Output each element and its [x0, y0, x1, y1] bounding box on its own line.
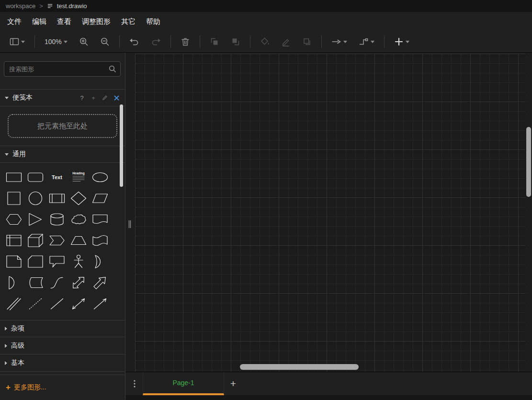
zoom-level-button[interactable]: 100% [42, 36, 70, 47]
shape-bidirectional-connector[interactable] [68, 293, 89, 314]
toolbar-separator [250, 35, 250, 48]
ellipse-icon [92, 170, 108, 184]
triangle-icon [27, 212, 44, 227]
cube-icon [27, 233, 44, 248]
shape-step[interactable] [46, 230, 68, 251]
add-page-button[interactable]: + [224, 372, 242, 395]
to-front-button[interactable] [207, 35, 222, 48]
fill-color-button[interactable] [258, 35, 272, 48]
menu-extras[interactable]: 其它 [116, 14, 141, 29]
toolbar-separator [119, 35, 120, 48]
shape-data-storage[interactable] [24, 272, 46, 293]
shape-callout[interactable] [46, 251, 68, 272]
shape-cloud[interactable] [68, 209, 89, 230]
scratchpad-drop-area[interactable]: 把元素拖至此处 [8, 114, 117, 138]
shape-cylinder[interactable] [46, 209, 68, 230]
pencil-icon [102, 95, 108, 101]
sidebar-collapse-handle[interactable] [128, 219, 132, 231]
chevron-down-icon [21, 41, 25, 43]
scratchpad-help-button[interactable]: ? [78, 94, 86, 102]
main-area: 便笺本 ? + 把元素拖至此处 通用 TextHeading [0, 53, 532, 400]
to-front-icon [210, 37, 219, 46]
parallelogram-icon [92, 191, 108, 206]
shape-diamond[interactable] [68, 188, 89, 209]
to-back-button[interactable] [228, 35, 243, 48]
shape-line[interactable] [46, 293, 68, 314]
shape-and[interactable] [3, 272, 24, 293]
section-general-header[interactable]: 通用 [0, 146, 125, 163]
page-tab-1[interactable]: Page-1 [143, 372, 224, 395]
sidebar-scrollbar-thumb[interactable] [120, 104, 123, 187]
line-color-button[interactable] [279, 35, 293, 48]
drawing-canvas[interactable] [135, 54, 525, 372]
shadow-button[interactable] [300, 35, 314, 48]
shape-search-input[interactable] [4, 61, 121, 77]
pages-menu-button[interactable] [127, 372, 142, 395]
menubar: 文件 编辑 查看 调整图形 其它 帮助 [0, 12, 532, 31]
shape-square[interactable] [3, 188, 24, 209]
undo-button[interactable] [127, 35, 142, 48]
shape-note[interactable] [3, 251, 24, 272]
shape-directional-connector[interactable] [89, 293, 111, 314]
fill-color-icon [260, 37, 270, 46]
breadcrumb-filename: test.drawio [57, 2, 87, 10]
chevron-down-icon [371, 41, 374, 43]
shape-curve[interactable] [46, 272, 68, 293]
shape-text[interactable]: Text [46, 167, 68, 188]
connection-button[interactable] [329, 35, 350, 48]
shape-rectangle[interactable] [3, 167, 24, 188]
shape-parallelogram[interactable] [89, 188, 111, 209]
bidirectional-arrow-icon [70, 275, 87, 290]
scratchpad-add-button[interactable]: + [90, 94, 97, 102]
shape-dotted-line[interactable] [24, 293, 46, 314]
shape-arrow[interactable] [89, 272, 111, 293]
shape-process[interactable] [46, 188, 68, 209]
shape-trapezoid[interactable] [68, 230, 89, 251]
section-advanced-header[interactable]: 高级 [0, 337, 125, 354]
shape-card[interactable] [24, 251, 46, 272]
zoom-in-button[interactable] [77, 35, 91, 48]
zoom-out-button[interactable] [98, 35, 112, 48]
menu-help[interactable]: 帮助 [141, 14, 166, 29]
shape-link[interactable] [3, 293, 24, 314]
delete-button[interactable] [178, 35, 192, 48]
waypoints-button[interactable] [356, 35, 377, 48]
shape-search [4, 61, 121, 77]
shape-circle[interactable] [24, 188, 46, 209]
redo-button[interactable] [148, 35, 163, 48]
scratchpad-close-button[interactable] [113, 95, 120, 101]
hexagon-icon [6, 212, 22, 227]
menu-file[interactable]: 文件 [2, 14, 27, 29]
shape-textbox[interactable]: Heading [68, 167, 89, 188]
shape-triangle[interactable] [24, 209, 46, 230]
canvas-horizontal-scrollbar-thumb[interactable] [240, 364, 359, 370]
shape-rounded-rectangle[interactable] [24, 167, 46, 188]
menu-view[interactable]: 查看 [52, 14, 77, 29]
shape-or[interactable] [89, 251, 111, 272]
view-panel-button[interactable] [7, 35, 27, 48]
shape-tape[interactable] [89, 230, 111, 251]
shape-internal-storage[interactable] [3, 230, 24, 251]
shape-bidirectional-arrow[interactable] [68, 272, 89, 293]
shape-cube[interactable] [24, 230, 46, 251]
menu-arrange[interactable]: 调整图形 [77, 14, 116, 29]
cloud-icon [70, 212, 87, 227]
insert-button[interactable] [392, 35, 412, 48]
shape-ellipse[interactable] [89, 167, 111, 188]
section-basic-header[interactable]: 基本 [0, 354, 125, 372]
scratchpad-edit-button[interactable] [101, 95, 109, 101]
canvas-vertical-scrollbar-thumb[interactable] [526, 127, 531, 197]
shape-document[interactable] [89, 209, 111, 230]
menu-edit[interactable]: 编辑 [27, 14, 52, 29]
caret-right-icon [5, 344, 7, 348]
svg-text:Text: Text [52, 174, 62, 180]
shape-hexagon[interactable] [3, 209, 24, 230]
shape-actor[interactable] [68, 251, 89, 272]
section-scratchpad-label: 便笺本 [12, 93, 33, 102]
breadcrumb-workspace[interactable]: workspace [6, 2, 35, 10]
section-misc-header[interactable]: 杂项 [0, 320, 125, 337]
scratchpad-drop-hint: 把元素拖至此处 [37, 122, 88, 131]
search-icon[interactable] [109, 65, 116, 75]
section-scratchpad-header[interactable]: 便笺本 ? + [0, 89, 125, 106]
more-shapes-button[interactable]: + 更多图形... [0, 375, 125, 400]
